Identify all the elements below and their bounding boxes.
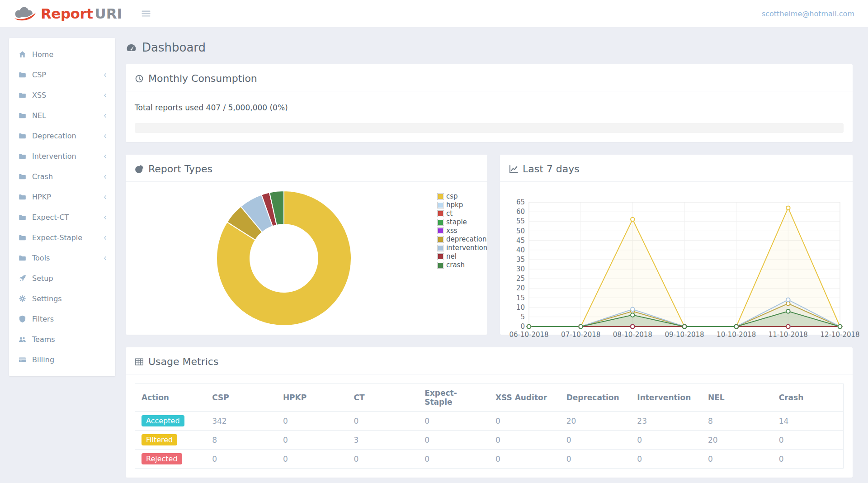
sidebar-item-label: Teams: [32, 335, 55, 344]
status-badge-filtered: Filtered: [142, 434, 177, 445]
logo-text-uri: URI: [95, 5, 123, 22]
sidebar-item-teams[interactable]: Teams: [9, 329, 115, 350]
legend-label: xss: [446, 227, 458, 234]
legend-swatch-color: [438, 203, 443, 208]
sidebar-item-crash[interactable]: Crash: [9, 166, 115, 187]
svg-text:0: 0: [520, 322, 525, 331]
table-cell: 0: [702, 450, 773, 469]
legend-swatch: [437, 227, 444, 234]
sidebar-item-expect-ct[interactable]: Expect-CT: [9, 207, 115, 227]
column-header: XSS Auditor: [489, 384, 560, 412]
legend-label: nel: [446, 253, 457, 260]
page-layout: HomeCSPXSSNELDeprecationInterventionCras…: [0, 27, 868, 483]
chevron-left-icon: [103, 154, 108, 159]
table-cell: 14: [773, 412, 844, 431]
svg-text:50: 50: [516, 227, 525, 235]
sidebar-item-expect-staple[interactable]: Expect-Staple: [9, 227, 115, 248]
sidebar-item-billing[interactable]: Billing: [9, 350, 115, 370]
folder-icon: [17, 71, 27, 79]
legend-swatch: [437, 245, 444, 251]
sidebar-item-setup[interactable]: Setup: [9, 268, 115, 289]
table-row: Accepted34200002023814: [135, 412, 844, 431]
table-cell: 8: [206, 431, 277, 450]
column-header: Expect-Staple: [418, 384, 489, 412]
sidebar-item-csp[interactable]: CSP: [9, 65, 115, 85]
user-email[interactable]: scotthelme@hotmail.com: [762, 9, 854, 18]
last7days-header: Last 7 days: [500, 155, 853, 182]
table-cell: 0: [348, 450, 419, 469]
svg-text:35: 35: [516, 256, 525, 264]
svg-text:07-10-2018: 07-10-2018: [561, 331, 600, 339]
table-cell: 0: [348, 412, 419, 431]
usage-progress-bar: [135, 123, 844, 133]
monthly-consumption-title: Monthly Consumption: [148, 73, 257, 84]
sidebar-item-home[interactable]: Home: [9, 44, 115, 65]
sidebar-item-hpkp[interactable]: HPKP: [9, 187, 115, 207]
rocket-icon: [17, 275, 27, 282]
table-cell: 0: [560, 450, 631, 469]
usage-text: Total reports used 407 / 5,000,000 (0%): [135, 103, 844, 112]
legend-swatch-color: [438, 228, 443, 233]
legend-swatch-color: [438, 220, 443, 225]
table-cell: 8: [702, 412, 773, 431]
legend-swatch-color: [438, 254, 443, 259]
svg-text:25: 25: [516, 275, 525, 283]
sidebar-item-settings[interactable]: Settings: [9, 289, 115, 309]
sidebar-item-xss[interactable]: XSS: [9, 85, 115, 105]
column-header: Deprecation: [560, 384, 631, 412]
logo[interactable]: Report URI: [14, 5, 122, 22]
table-icon: [135, 357, 144, 366]
logo-text-report: Report: [41, 5, 93, 22]
sidebar-item-nel[interactable]: NEL: [9, 105, 115, 126]
action-cell: Rejected: [135, 450, 206, 469]
sidebar-toggle-icon[interactable]: [141, 9, 151, 19]
svg-text:12-10-2018: 12-10-2018: [820, 331, 859, 339]
table-cell: 0: [277, 431, 348, 450]
usage-metrics-table: ActionCSPHPKPCTExpect-StapleXSS AuditorD…: [135, 384, 844, 469]
chevron-left-icon: [103, 174, 108, 180]
page-title-text: Dashboard: [142, 41, 206, 54]
users-icon: [17, 336, 27, 343]
sidebar-item-label: XSS: [32, 91, 46, 99]
legend-item: hpkp: [437, 201, 487, 208]
clock-icon: [135, 74, 144, 83]
sidebar-item-label: Settings: [32, 294, 62, 303]
sidebar-item-label: Setup: [32, 274, 53, 283]
svg-text:10-10-2018: 10-10-2018: [717, 331, 756, 339]
legend-swatch-color: [438, 194, 443, 199]
legend-item: nel: [437, 253, 487, 260]
svg-text:20: 20: [516, 284, 525, 292]
sidebar: HomeCSPXSSNELDeprecationInterventionCras…: [9, 38, 115, 376]
legend-swatch: [437, 210, 444, 217]
legend-item: crash: [437, 261, 487, 269]
svg-text:10: 10: [516, 303, 525, 312]
table-row: Filtered8030000200: [135, 431, 844, 450]
sidebar-item-tools[interactable]: Tools: [9, 248, 115, 268]
legend-swatch: [437, 236, 444, 243]
sidebar-item-filters[interactable]: Filters: [9, 309, 115, 329]
sidebar-item-deprecation[interactable]: Deprecation: [9, 126, 115, 146]
legend-swatch: [437, 253, 444, 260]
table-cell: 0: [489, 431, 560, 450]
svg-text:08-10-2018: 08-10-2018: [613, 331, 652, 339]
legend-item: intervention: [437, 244, 487, 251]
sidebar-item-label: NEL: [32, 111, 46, 120]
last7days-chart: 0510152025303540455055606506-10-201807-1…: [509, 191, 844, 340]
top-header: Report URI scotthelme@hotmail.com: [0, 0, 868, 27]
last7days-title: Last 7 days: [523, 163, 580, 175]
sidebar-item-label: Tools: [32, 254, 50, 262]
svg-text:60: 60: [516, 208, 525, 216]
legend-item: ct: [437, 210, 487, 217]
chevron-left-icon: [103, 133, 108, 139]
monthly-consumption-header: Monthly Consumption: [126, 64, 853, 91]
legend-label: csp: [446, 193, 458, 200]
report-types-title: Report Types: [148, 163, 212, 175]
sidebar-item-intervention[interactable]: Intervention: [9, 146, 115, 166]
legend-swatch: [437, 202, 444, 208]
legend-label: crash: [446, 261, 465, 269]
table-cell: 0: [418, 431, 489, 450]
legend-item: csp: [437, 193, 487, 200]
main-content: Dashboard Monthly Consumption Total repo…: [115, 38, 853, 483]
svg-text:11-10-2018: 11-10-2018: [769, 331, 808, 339]
folder-icon: [17, 173, 27, 180]
